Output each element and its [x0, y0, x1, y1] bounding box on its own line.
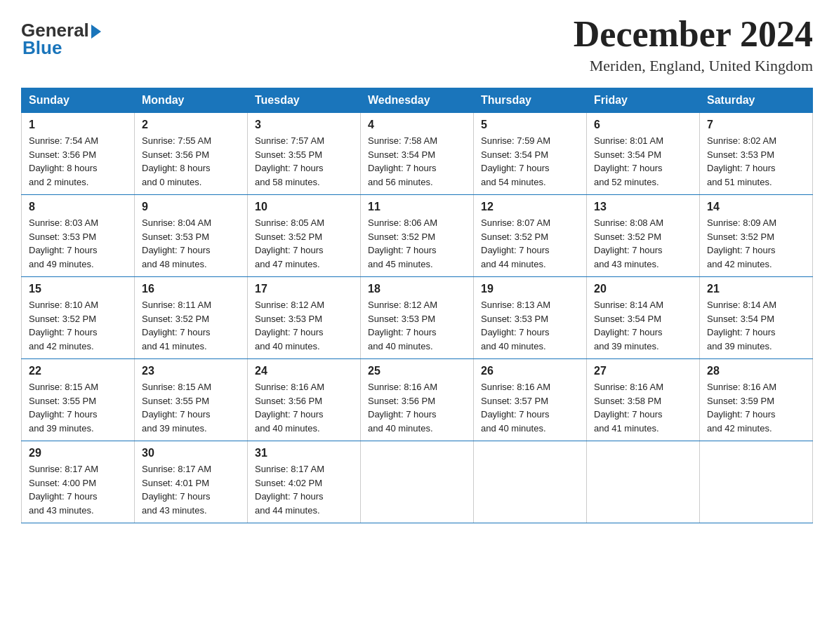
day-info: Sunrise: 8:03 AMSunset: 3:53 PMDaylight:…	[29, 216, 127, 271]
calendar-cell: 22Sunrise: 8:15 AMSunset: 3:55 PMDayligh…	[22, 359, 135, 441]
day-number: 9	[142, 201, 240, 213]
calendar-header-friday: Friday	[587, 88, 700, 113]
day-info: Sunrise: 8:02 AMSunset: 3:53 PMDaylight:…	[707, 134, 805, 189]
calendar-cell: 25Sunrise: 8:16 AMSunset: 3:56 PMDayligh…	[361, 359, 474, 441]
calendar-cell: 4Sunrise: 7:58 AMSunset: 3:54 PMDaylight…	[361, 113, 474, 195]
day-number: 2	[142, 119, 240, 131]
day-info: Sunrise: 8:16 AMSunset: 3:58 PMDaylight:…	[594, 380, 692, 435]
calendar-cell: 6Sunrise: 8:01 AMSunset: 3:54 PMDaylight…	[587, 113, 700, 195]
day-info: Sunrise: 8:16 AMSunset: 3:56 PMDaylight:…	[368, 380, 466, 435]
day-info: Sunrise: 8:15 AMSunset: 3:55 PMDaylight:…	[29, 380, 127, 435]
day-info: Sunrise: 8:06 AMSunset: 3:52 PMDaylight:…	[368, 216, 466, 271]
day-info: Sunrise: 8:04 AMSunset: 3:53 PMDaylight:…	[142, 216, 240, 271]
calendar-header-wednesday: Wednesday	[361, 88, 474, 113]
day-number: 23	[142, 365, 240, 377]
logo: General Blue	[21, 14, 101, 59]
calendar-cell	[700, 441, 813, 523]
calendar-cell	[587, 441, 700, 523]
day-info: Sunrise: 8:12 AMSunset: 3:53 PMDaylight:…	[368, 298, 466, 353]
calendar-header-saturday: Saturday	[700, 88, 813, 113]
day-number: 21	[707, 283, 805, 295]
calendar-header-thursday: Thursday	[474, 88, 587, 113]
day-number: 3	[255, 119, 353, 131]
day-info: Sunrise: 8:10 AMSunset: 3:52 PMDaylight:…	[29, 298, 127, 353]
day-info: Sunrise: 8:14 AMSunset: 3:54 PMDaylight:…	[594, 298, 692, 353]
day-number: 24	[255, 365, 353, 377]
day-info: Sunrise: 8:17 AMSunset: 4:00 PMDaylight:…	[29, 462, 127, 517]
day-info: Sunrise: 8:14 AMSunset: 3:54 PMDaylight:…	[707, 298, 805, 353]
calendar-cell: 14Sunrise: 8:09 AMSunset: 3:52 PMDayligh…	[700, 195, 813, 277]
day-number: 1	[29, 119, 127, 131]
calendar-cell: 12Sunrise: 8:07 AMSunset: 3:52 PMDayligh…	[474, 195, 587, 277]
calendar-cell: 28Sunrise: 8:16 AMSunset: 3:59 PMDayligh…	[700, 359, 813, 441]
day-info: Sunrise: 7:58 AMSunset: 3:54 PMDaylight:…	[368, 134, 466, 189]
calendar-cell: 30Sunrise: 8:17 AMSunset: 4:01 PMDayligh…	[135, 441, 248, 523]
calendar-table: SundayMondayTuesdayWednesdayThursdayFrid…	[21, 88, 813, 523]
day-info: Sunrise: 8:17 AMSunset: 4:01 PMDaylight:…	[142, 462, 240, 517]
calendar-cell: 23Sunrise: 8:15 AMSunset: 3:55 PMDayligh…	[135, 359, 248, 441]
calendar-cell: 20Sunrise: 8:14 AMSunset: 3:54 PMDayligh…	[587, 277, 700, 359]
day-info: Sunrise: 8:05 AMSunset: 3:52 PMDaylight:…	[255, 216, 353, 271]
location-subtitle: Meriden, England, United Kingdom	[574, 57, 813, 75]
calendar-header-tuesday: Tuesday	[248, 88, 361, 113]
day-info: Sunrise: 8:16 AMSunset: 3:56 PMDaylight:…	[255, 380, 353, 435]
day-number: 18	[368, 283, 466, 295]
day-number: 4	[368, 119, 466, 131]
calendar-cell	[474, 441, 587, 523]
calendar-cell: 9Sunrise: 8:04 AMSunset: 3:53 PMDaylight…	[135, 195, 248, 277]
day-number: 27	[594, 365, 692, 377]
calendar-cell: 2Sunrise: 7:55 AMSunset: 3:56 PMDaylight…	[135, 113, 248, 195]
calendar-cell: 1Sunrise: 7:54 AMSunset: 3:56 PMDaylight…	[22, 113, 135, 195]
calendar-header-row: SundayMondayTuesdayWednesdayThursdayFrid…	[22, 88, 813, 113]
day-number: 8	[29, 201, 127, 213]
day-number: 15	[29, 283, 127, 295]
day-info: Sunrise: 8:07 AMSunset: 3:52 PMDaylight:…	[481, 216, 579, 271]
calendar-cell: 24Sunrise: 8:16 AMSunset: 3:56 PMDayligh…	[248, 359, 361, 441]
logo-triangle-icon	[91, 25, 101, 39]
calendar-header-sunday: Sunday	[22, 88, 135, 113]
day-number: 22	[29, 365, 127, 377]
day-info: Sunrise: 8:15 AMSunset: 3:55 PMDaylight:…	[142, 380, 240, 435]
month-title: December 2024	[574, 14, 813, 54]
day-info: Sunrise: 8:09 AMSunset: 3:52 PMDaylight:…	[707, 216, 805, 271]
day-number: 25	[368, 365, 466, 377]
calendar-cell: 31Sunrise: 8:17 AMSunset: 4:02 PMDayligh…	[248, 441, 361, 523]
calendar-header-monday: Monday	[135, 88, 248, 113]
day-info: Sunrise: 7:54 AMSunset: 3:56 PMDaylight:…	[29, 134, 127, 189]
calendar-week-row: 8Sunrise: 8:03 AMSunset: 3:53 PMDaylight…	[22, 195, 813, 277]
day-number: 16	[142, 283, 240, 295]
day-info: Sunrise: 8:16 AMSunset: 3:59 PMDaylight:…	[707, 380, 805, 435]
calendar-cell: 13Sunrise: 8:08 AMSunset: 3:52 PMDayligh…	[587, 195, 700, 277]
day-number: 28	[707, 365, 805, 377]
day-info: Sunrise: 8:17 AMSunset: 4:02 PMDaylight:…	[255, 462, 353, 517]
calendar-week-row: 22Sunrise: 8:15 AMSunset: 3:55 PMDayligh…	[22, 359, 813, 441]
calendar-cell: 7Sunrise: 8:02 AMSunset: 3:53 PMDaylight…	[700, 113, 813, 195]
calendar-week-row: 15Sunrise: 8:10 AMSunset: 3:52 PMDayligh…	[22, 277, 813, 359]
calendar-cell: 5Sunrise: 7:59 AMSunset: 3:54 PMDaylight…	[474, 113, 587, 195]
day-number: 20	[594, 283, 692, 295]
calendar-cell: 21Sunrise: 8:14 AMSunset: 3:54 PMDayligh…	[700, 277, 813, 359]
calendar-cell: 16Sunrise: 8:11 AMSunset: 3:52 PMDayligh…	[135, 277, 248, 359]
calendar-week-row: 29Sunrise: 8:17 AMSunset: 4:00 PMDayligh…	[22, 441, 813, 523]
day-info: Sunrise: 8:12 AMSunset: 3:53 PMDaylight:…	[255, 298, 353, 353]
day-number: 29	[29, 447, 127, 459]
calendar-cell: 11Sunrise: 8:06 AMSunset: 3:52 PMDayligh…	[361, 195, 474, 277]
calendar-cell: 15Sunrise: 8:10 AMSunset: 3:52 PMDayligh…	[22, 277, 135, 359]
day-info: Sunrise: 8:16 AMSunset: 3:57 PMDaylight:…	[481, 380, 579, 435]
day-number: 11	[368, 201, 466, 213]
calendar-cell: 8Sunrise: 8:03 AMSunset: 3:53 PMDaylight…	[22, 195, 135, 277]
day-info: Sunrise: 7:57 AMSunset: 3:55 PMDaylight:…	[255, 134, 353, 189]
logo-blue-text: Blue	[22, 37, 62, 59]
day-info: Sunrise: 8:13 AMSunset: 3:53 PMDaylight:…	[481, 298, 579, 353]
day-number: 17	[255, 283, 353, 295]
day-info: Sunrise: 7:59 AMSunset: 3:54 PMDaylight:…	[481, 134, 579, 189]
title-area: December 2024 Meriden, England, United K…	[574, 14, 813, 75]
day-number: 19	[481, 283, 579, 295]
day-number: 26	[481, 365, 579, 377]
day-number: 30	[142, 447, 240, 459]
calendar-cell: 19Sunrise: 8:13 AMSunset: 3:53 PMDayligh…	[474, 277, 587, 359]
day-number: 13	[594, 201, 692, 213]
calendar-cell: 29Sunrise: 8:17 AMSunset: 4:00 PMDayligh…	[22, 441, 135, 523]
calendar-cell: 10Sunrise: 8:05 AMSunset: 3:52 PMDayligh…	[248, 195, 361, 277]
day-number: 14	[707, 201, 805, 213]
